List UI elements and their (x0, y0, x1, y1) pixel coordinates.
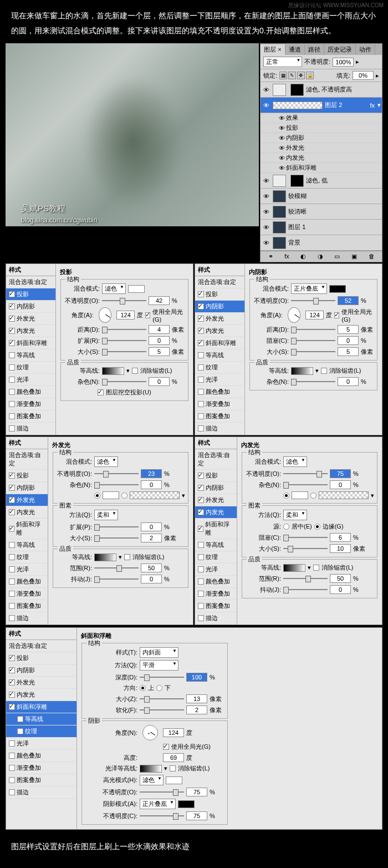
style-satin[interactable]: 光泽 (6, 374, 55, 386)
eye-icon[interactable]: 👁 (277, 115, 286, 121)
gloss-contour-picker[interactable] (140, 765, 162, 773)
style-drop-shadow[interactable]: 投影 (195, 470, 237, 482)
noise-input[interactable]: 0 (338, 377, 359, 386)
angle-input[interactable]: 124 (116, 311, 135, 319)
style-inner-glow[interactable]: 内发光 (6, 325, 55, 337)
tab-paths[interactable]: 路径 (305, 44, 324, 55)
noise-input[interactable]: 0 (141, 480, 162, 489)
spread-input[interactable]: 0 (149, 336, 170, 345)
layer-item[interactable]: 👁背景 (261, 235, 382, 251)
eye-icon[interactable]: 👁 (277, 155, 286, 161)
blend-options[interactable]: 混合选项:自定 (6, 276, 55, 288)
gradient-radio[interactable] (121, 493, 127, 499)
opacity-input[interactable]: 42 (149, 296, 170, 305)
jitter-slider[interactable] (94, 575, 139, 583)
eye-icon[interactable]: 👁 (277, 165, 286, 171)
fx-icon[interactable]: fx (284, 253, 289, 260)
antialias-checkbox[interactable] (132, 368, 138, 374)
style-gradient-overlay[interactable]: 渐变叠加 (195, 588, 237, 600)
size-slider[interactable] (102, 348, 146, 356)
antialias-checkbox[interactable] (313, 565, 319, 571)
blend-mode-select[interactable]: 正常 (263, 57, 302, 67)
style-drop-shadow[interactable]: 投影 (195, 288, 244, 301)
center-radio[interactable] (283, 524, 289, 530)
depth-slider[interactable] (140, 673, 184, 681)
lock-all-icon[interactable]: 🔒 (306, 72, 314, 79)
blend-options[interactable]: 混合选项:自定 (6, 640, 76, 652)
technique-select[interactable]: 柔和 (283, 510, 307, 520)
eye-icon[interactable]: 👁 (262, 209, 270, 215)
gradient-picker[interactable] (130, 491, 180, 499)
angle-input[interactable]: 124 (163, 728, 184, 737)
eye-icon[interactable]: 👁 (277, 125, 286, 131)
fx-bevel[interactable]: 👁 斜面和浮雕 (261, 163, 382, 173)
fx-icon[interactable]: fx (370, 102, 377, 109)
style-gradient-overlay[interactable]: 渐变叠加 (195, 398, 244, 410)
highlight-opacity-input[interactable]: 75 (186, 788, 207, 796)
color-swatch[interactable] (329, 285, 346, 293)
shadow-mode-select[interactable]: 正片叠底 (140, 799, 176, 809)
choke-slider[interactable] (291, 337, 335, 344)
angle-dial[interactable] (288, 307, 301, 323)
style-contour[interactable]: 等高线 (6, 349, 55, 362)
style-gradient-overlay[interactable]: 渐变叠加 (6, 762, 76, 774)
fx-inner-shadow[interactable]: 👁 内阴影 (261, 133, 382, 143)
style-drop-shadow[interactable]: 投影 (6, 652, 76, 664)
style-texture[interactable]: 纹理 (195, 551, 237, 564)
style-pattern-overlay[interactable]: 图案叠加 (195, 600, 237, 612)
blend-select[interactable]: 滤色 (94, 456, 118, 467)
shadow-opacity-slider[interactable] (140, 812, 184, 820)
eye-icon[interactable]: 👁 (262, 224, 270, 231)
contour-picker[interactable] (94, 554, 116, 561)
choke-slider[interactable] (283, 534, 328, 541)
soften-input[interactable]: 2 (186, 705, 207, 714)
lock-move-icon[interactable]: ✥ (297, 72, 305, 79)
style-texture[interactable]: 纹理 (6, 725, 76, 738)
contour-picker[interactable] (291, 367, 313, 375)
style-pattern-overlay[interactable]: 图案叠加 (6, 774, 76, 786)
opacity-input[interactable]: 75 (330, 469, 351, 478)
style-stroke[interactable]: 描边 (195, 612, 237, 625)
size-input[interactable]: 2 (141, 534, 162, 542)
edge-radio[interactable] (314, 524, 320, 530)
jitter-input[interactable]: 0 (141, 575, 162, 583)
distance-slider[interactable] (102, 326, 146, 333)
soften-slider[interactable] (140, 706, 184, 714)
style-stroke[interactable]: 描边 (6, 612, 48, 625)
layer-item[interactable]: 👁滤色, 不透明度高 (261, 82, 382, 98)
angle-input[interactable]: 124 (305, 311, 324, 319)
technique-select[interactable]: 平滑 (140, 660, 178, 671)
adjust-icon[interactable]: ◑ (318, 253, 323, 260)
style-inner-shadow[interactable]: 内阴影 (6, 664, 76, 677)
choke-input[interactable]: 6 (330, 533, 351, 542)
size-input[interactable]: 5 (149, 347, 170, 356)
style-inner-shadow[interactable]: 内阴影 (6, 482, 48, 494)
style-color-overlay[interactable]: 颜色叠加 (6, 386, 55, 398)
opacity-slider[interactable] (94, 470, 139, 478)
highlight-color[interactable] (166, 776, 182, 784)
eye-icon[interactable]: 👁 (262, 193, 270, 200)
gradient-radio[interactable] (310, 493, 316, 499)
style-satin[interactable]: 光泽 (195, 564, 237, 576)
size-slider[interactable] (291, 348, 335, 356)
style-outer-glow[interactable]: 外发光 (6, 677, 76, 689)
eye-icon[interactable]: 👁 (262, 102, 270, 109)
style-outer-glow[interactable]: 外发光 (6, 313, 55, 325)
spread-slider[interactable] (102, 337, 146, 344)
eye-icon[interactable]: 👁 (277, 135, 286, 141)
jitter-input[interactable]: 0 (330, 585, 351, 594)
depth-input[interactable]: 100 (186, 673, 207, 682)
new-icon[interactable]: ▣ (351, 253, 357, 260)
highlight-mode-select[interactable]: 滤色 (140, 775, 164, 785)
color-swatch[interactable] (292, 491, 308, 499)
opacity-input[interactable]: 23 (141, 469, 162, 478)
mask-icon[interactable]: ◐ (300, 253, 306, 260)
shadow-opacity-input[interactable]: 75 (186, 811, 207, 820)
style-inner-glow[interactable]: 内发光 (6, 506, 48, 519)
style-bevel[interactable]: 斜面和浮雕 (6, 337, 55, 349)
style-color-overlay[interactable]: 颜色叠加 (195, 386, 244, 398)
layer-item[interactable]: 👁滤色, 低 (261, 173, 382, 189)
range-slider[interactable] (283, 575, 328, 582)
knockout-checkbox[interactable] (98, 389, 104, 395)
lock-paint-icon[interactable]: ✎ (288, 72, 296, 79)
